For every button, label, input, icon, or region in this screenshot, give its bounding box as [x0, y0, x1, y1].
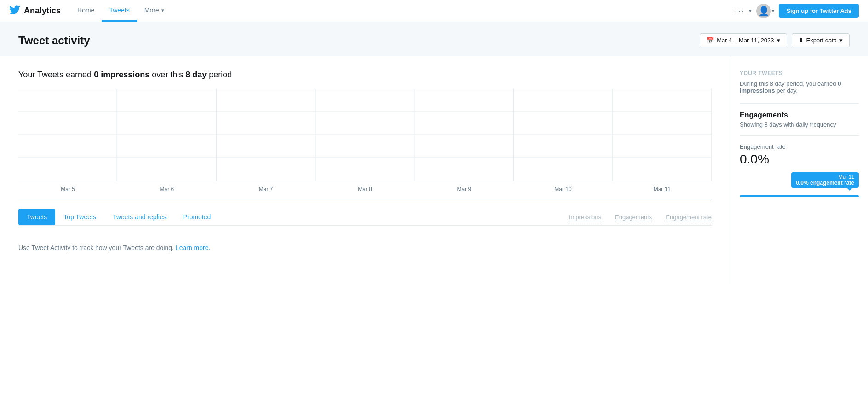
- learn-more-link[interactable]: Learn more.: [176, 244, 210, 251]
- sidebar-engagements-title: Engagements: [740, 111, 859, 119]
- summary-suffix: period: [207, 70, 232, 79]
- tab-columns: Impressions Engagements Engagement rate: [569, 210, 712, 224]
- chart-section: Your Tweets earned 0 impressions over th…: [0, 56, 730, 284]
- tab-top-tweets[interactable]: Top Tweets: [55, 209, 104, 225]
- main-content: Your Tweets earned 0 impressions over th…: [0, 56, 868, 284]
- date-range-chevron: ▾: [777, 37, 780, 44]
- twitter-bird-icon: [9, 5, 20, 17]
- chart-x-labels: Mar 5 Mar 6 Mar 7 Mar 8 Mar 9 Mar 10 Mar…: [18, 182, 712, 192]
- x-label-6: Mar 11: [613, 186, 712, 192]
- export-button[interactable]: ⬇ Export data ▾: [792, 33, 850, 47]
- col-impressions[interactable]: Impressions: [569, 214, 601, 221]
- nav-home[interactable]: Home: [70, 0, 102, 22]
- export-chevron: ▾: [839, 37, 843, 44]
- summary-impressions: 0 impressions: [94, 70, 149, 79]
- x-label-4: Mar 9: [414, 186, 513, 192]
- date-range-button[interactable]: 📅 Mar 4 – Mar 11, 2023 ▾: [700, 33, 787, 47]
- x-label-0: Mar 5: [18, 186, 117, 192]
- sidebar-engagement-bar: [740, 195, 859, 197]
- export-label: Export data: [806, 37, 837, 44]
- brand-logo[interactable]: Analytics: [9, 5, 61, 17]
- tooltip-date: Mar 11: [796, 174, 854, 180]
- nav-links: Home Tweets More ▾: [70, 0, 172, 22]
- nav-tweets[interactable]: Tweets: [102, 0, 137, 22]
- nav-more[interactable]: More ▾: [137, 0, 172, 22]
- more-chevron-icon: ▾: [161, 7, 164, 13]
- tab-tweets-replies[interactable]: Tweets and replies: [104, 209, 175, 225]
- x-label-3: Mar 8: [316, 186, 414, 192]
- summary-middle: over this: [149, 70, 185, 79]
- download-icon: ⬇: [799, 37, 804, 44]
- date-range-label: Mar 4 – Mar 11, 2023: [717, 37, 774, 44]
- avatar: 👤: [756, 4, 771, 18]
- sidebar-divider-1: [740, 103, 859, 104]
- chart-container: Mar 5 Mar 6 Mar 7 Mar 8 Mar 9 Mar 10 Mar…: [18, 89, 712, 199]
- avatar-chevron-icon: ▾: [772, 8, 774, 13]
- x-label-2: Mar 7: [217, 186, 316, 192]
- tooltip-value: 0.0% engagement rate: [796, 180, 854, 186]
- calendar-icon: 📅: [707, 37, 714, 44]
- sidebar-engagement-rate-label: Engagement rate: [740, 143, 859, 150]
- signup-button[interactable]: Sign up for Twitter Ads: [779, 4, 859, 18]
- x-label-5: Mar 10: [513, 186, 612, 192]
- sidebar-engagements-subtitle: Showing 8 days with daily frequency: [740, 121, 859, 128]
- avatar-wrap[interactable]: 👤 ▾: [756, 4, 774, 18]
- header-actions: 📅 Mar 4 – Mar 11, 2023 ▾ ⬇ Export data ▾: [700, 33, 850, 47]
- empty-state-text: Use Tweet Activity to track how your Twe…: [18, 244, 176, 251]
- nav-dots: ···: [735, 6, 744, 16]
- sidebar-section: YOUR TWEETS During this 8 day period, yo…: [730, 56, 868, 284]
- tab-promoted[interactable]: Promoted: [175, 209, 219, 225]
- page-header: Tweet activity 📅 Mar 4 – Mar 11, 2023 ▾ …: [0, 22, 868, 56]
- chart-svg: [18, 89, 712, 181]
- nav-more-label: More: [144, 6, 159, 14]
- sidebar-divider-2: [740, 135, 859, 136]
- impressions-summary: Your Tweets earned 0 impressions over th…: [18, 70, 712, 80]
- sidebar-engagement-rate-value: 0.0%: [740, 152, 859, 167]
- navbar: Analytics Home Tweets More ▾ ··· ▾ 👤 ▾ S…: [0, 0, 868, 22]
- sidebar-description: During this 8 day period, you earned 0 i…: [740, 80, 859, 94]
- summary-prefix: Your Tweets earned: [18, 70, 94, 79]
- page-title: Tweet activity: [18, 34, 90, 47]
- brand-name: Analytics: [24, 6, 61, 16]
- nav-right: ··· ▾ 👤 ▾ Sign up for Twitter Ads: [735, 4, 859, 18]
- sidebar-your-tweets-title: YOUR TWEETS: [740, 70, 859, 76]
- x-label-1: Mar 6: [117, 186, 216, 192]
- tab-tweets[interactable]: Tweets: [18, 209, 55, 225]
- sidebar-tooltip-wrap: Mar 11 0.0% engagement rate: [740, 172, 859, 190]
- sidebar-engagement-tooltip: Mar 11 0.0% engagement rate: [791, 172, 859, 188]
- col-engagement-rate[interactable]: Engagement rate: [666, 214, 712, 221]
- empty-state: Use Tweet Activity to track how your Twe…: [18, 226, 712, 270]
- nav-chevron-left: ▾: [749, 8, 752, 14]
- col-engagements[interactable]: Engagements: [615, 214, 652, 221]
- tweet-tabs: Tweets Top Tweets Tweets and replies Pro…: [18, 209, 712, 226]
- summary-period: 8 day: [185, 70, 207, 79]
